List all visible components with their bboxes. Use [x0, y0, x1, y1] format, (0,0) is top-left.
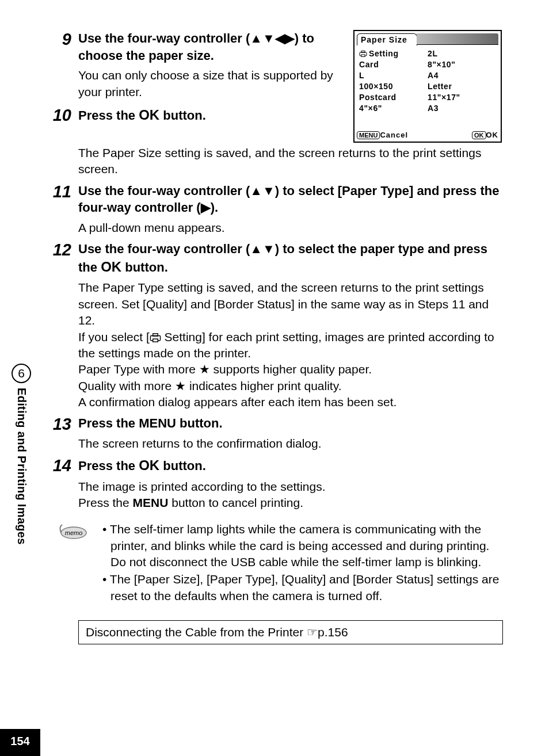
- memo-block: memo The self-timer lamp lights while th…: [58, 521, 503, 605]
- lcd-ok: OKOK: [472, 131, 498, 139]
- step-13-head-a: Press the: [78, 416, 139, 430]
- svg-rect-1: [361, 51, 365, 52]
- step-14-desc2b: button to cancel printing.: [168, 496, 303, 509]
- menu-button-label: MENU: [139, 416, 176, 430]
- page-number: 154: [0, 729, 40, 756]
- step-10-desc: The Paper Size setting is saved, and the…: [78, 145, 503, 178]
- page-content: 6 Editing and Printing Images Paper Size…: [0, 0, 549, 667]
- svg-rect-5: [152, 339, 158, 342]
- step-10-desc-row: The Paper Size setting is saved, and the…: [46, 145, 503, 178]
- step-12-number: 12: [46, 240, 78, 259]
- lcd-cancel-label: Cancel: [380, 131, 408, 139]
- step-14: 14 Press the OK button. The image is pri…: [46, 456, 503, 511]
- step-13-desc: The screen returns to the confirmation d…: [78, 436, 503, 452]
- step-14-head-b: button.: [159, 459, 206, 473]
- lcd-right-1: 8"×10": [428, 60, 496, 69]
- lcd-footer: MENUCancel OKOK: [357, 131, 498, 139]
- lcd-left-4: Postcard: [359, 93, 428, 102]
- step-10-head-a: Press the: [78, 108, 139, 123]
- step-12-head-a: Use the four-way controller (: [78, 242, 250, 256]
- lcd-title: Paper Size: [357, 33, 417, 45]
- step-11-heading: Use the four-way controller (▲▼) to sele…: [78, 182, 503, 216]
- step-12-desc2: If you select [ Setting] for each print …: [78, 329, 503, 362]
- step-9-desc: You can only choose a size that is suppo…: [78, 67, 336, 100]
- menu-button-label: MENU: [133, 496, 169, 509]
- lcd-paper-size-screen: Paper Size Setting Card L 100×150 Postca…: [353, 30, 502, 143]
- printer-icon: [359, 51, 367, 57]
- fourway-arrows-icon: ▲▼◀▶: [250, 31, 295, 45]
- lcd-right-column: 2L 8"×10" A4 Letter 11"×17" A3: [428, 49, 496, 113]
- step-9-heading: Use the four-way controller (▲▼◀▶) to ch…: [78, 30, 336, 64]
- xref-page: p.156: [318, 625, 348, 639]
- step-13-number: 13: [46, 415, 78, 434]
- cross-reference-box: Disconnecting the Cable from the Printer…: [78, 620, 503, 644]
- step-10-head-b: button.: [159, 108, 206, 123]
- lcd-left-1: Card: [359, 60, 428, 69]
- chapter-tab: 6 Editing and Printing Images: [12, 364, 31, 545]
- step-10: 10 Press the OK button.: [46, 106, 336, 128]
- ok-button-label: OK: [101, 259, 121, 274]
- lcd-left-column: Setting Card L 100×150 Postcard 4"×6": [359, 49, 428, 113]
- step-9-number: 9: [46, 30, 78, 49]
- svg-rect-4: [152, 334, 158, 336]
- xref-text: Disconnecting the Cable from the Printer: [86, 625, 307, 639]
- step-11-desc: A pull-down menu appears.: [78, 220, 503, 236]
- step-11-number: 11: [46, 182, 78, 201]
- step-14-head-a: Press the: [78, 459, 139, 473]
- lcd-right-5: A3: [428, 104, 496, 113]
- step-12-head-c: button.: [121, 260, 168, 274]
- printer-icon: [150, 333, 161, 342]
- step-9-head-a: Use the four-way controller (: [78, 31, 250, 45]
- step-14-desc2: Press the MENU button to cancel printing…: [78, 495, 503, 511]
- updown-arrows-icon: ▲▼: [250, 242, 275, 256]
- step-13: 13 Press the MENU button. The screen ret…: [46, 415, 503, 452]
- memo-icon: memo: [58, 521, 92, 542]
- right-arrow-icon: ▶: [201, 200, 211, 215]
- memo-bullet-2: The [Paper Size], [Paper Type], [Quality…: [102, 571, 503, 604]
- step-12-desc5: A confirmation dialog appears after each…: [78, 394, 503, 410]
- step-12-desc1: The Paper Type setting is saved, and the…: [78, 280, 503, 329]
- lcd-left-3: 100×150: [359, 82, 428, 91]
- step-12-desc3: Paper Type with more ★ supports higher q…: [78, 361, 503, 377]
- lcd-title-fill: [417, 33, 498, 45]
- step-14-desc1: The image is printed according to the se…: [78, 479, 503, 495]
- lcd-ok-label: OK: [486, 131, 499, 139]
- step-12-heading: Use the four-way controller (▲▼) to sele…: [78, 240, 503, 276]
- updown-arrows-icon: ▲▼: [250, 184, 275, 198]
- menu-button-icon: MENU: [357, 131, 380, 139]
- step-14-heading: Press the OK button.: [78, 456, 503, 475]
- lcd-item-setting: Setting: [359, 49, 428, 58]
- step-13-head-b: button.: [176, 416, 223, 430]
- step-14-desc2a: Press the: [78, 496, 133, 509]
- step-12-desc2a: If you select [: [78, 330, 150, 343]
- lcd-title-row: Paper Size: [357, 33, 498, 45]
- pointer-icon: ☞: [307, 625, 318, 639]
- chapter-number: 6: [12, 364, 31, 383]
- step-9: 9 Use the four-way controller (▲▼◀▶) to …: [46, 30, 336, 100]
- ok-button-icon: OK: [472, 131, 486, 139]
- lcd-right-4: 11"×17": [428, 93, 496, 102]
- step-14-number: 14: [46, 456, 78, 475]
- ok-button-label: OK: [139, 457, 159, 473]
- lcd-left-5: 4"×6": [359, 104, 428, 113]
- ok-button-label: OK: [139, 107, 159, 123]
- chapter-title: Editing and Printing Images: [15, 388, 28, 545]
- step-12: 12 Use the four-way controller (▲▼) to s…: [46, 240, 503, 410]
- step-11: 11 Use the four-way controller (▲▼) to s…: [46, 182, 503, 236]
- lcd-left-2: L: [359, 71, 428, 80]
- lcd-left-0: Setting: [369, 49, 399, 58]
- lcd-right-0: 2L: [428, 49, 496, 58]
- step-10-number: 10: [46, 106, 78, 125]
- step-10-heading: Press the OK button.: [78, 106, 336, 124]
- memo-bullet-1: The self-timer lamp lights while the cam…: [102, 521, 503, 570]
- memo-text: The self-timer lamp lights while the cam…: [92, 521, 503, 605]
- svg-rect-2: [361, 55, 365, 57]
- memo-label: memo: [65, 529, 83, 536]
- lcd-right-3: Letter: [428, 82, 496, 91]
- step-11-head-c: ).: [211, 200, 218, 215]
- lcd-cancel: MENUCancel: [357, 131, 408, 139]
- step-13-heading: Press the MENU button.: [78, 415, 503, 432]
- lcd-right-2: A4: [428, 71, 496, 80]
- step-12-desc4: Quality with more ★ indicates higher pri…: [78, 378, 503, 394]
- step-11-head-a: Use the four-way controller (: [78, 184, 250, 198]
